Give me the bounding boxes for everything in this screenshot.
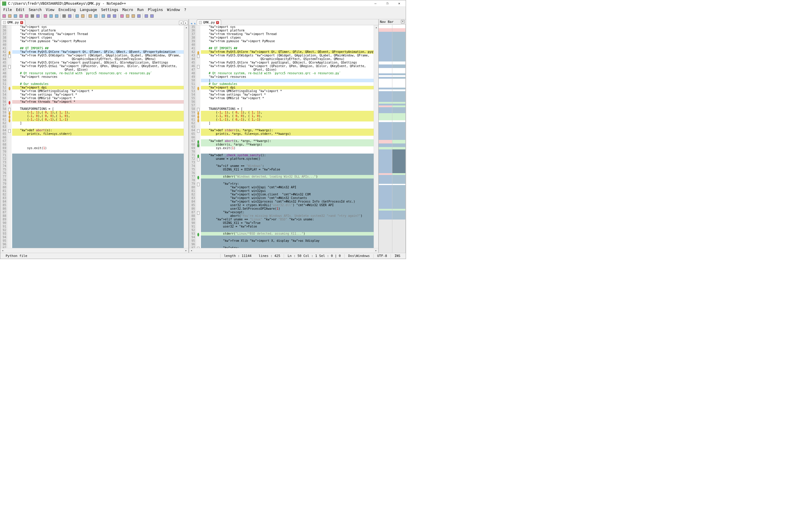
close-button[interactable]: ✕ xyxy=(395,1,404,6)
titlebar[interactable]: C:\Users\fredr\VBOXSHARED\QMouseKeys\QMK… xyxy=(0,0,406,7)
play3-button[interactable] xyxy=(149,13,155,19)
svg-rect-1 xyxy=(8,15,11,18)
svg-rect-2 xyxy=(14,15,17,18)
menu-edit[interactable]: Edit xyxy=(14,7,26,12)
svg-rect-18 xyxy=(113,15,116,18)
copy-button[interactable] xyxy=(48,13,54,19)
right-code[interactable]: "kw">import sys "kw">import platform "kw… xyxy=(200,25,374,248)
status-mode: INS xyxy=(390,254,404,258)
tab-qmk-left[interactable]: QMK.py × xyxy=(1,20,25,25)
tab-close-icon[interactable]: × xyxy=(20,21,23,24)
navbar-title: Nav Bar × xyxy=(379,19,406,25)
undo-button[interactable] xyxy=(61,13,67,19)
folder-button[interactable] xyxy=(119,13,125,19)
navbar-close-icon[interactable]: × xyxy=(401,20,405,24)
tab-close-icon[interactable]: × xyxy=(216,21,219,24)
statusbar: Python file length : 11144 lines : 425 L… xyxy=(0,253,406,259)
zoomin-button[interactable] xyxy=(88,13,93,19)
indent-button[interactable] xyxy=(112,13,117,19)
file-icon xyxy=(3,21,6,24)
tab-qmk-right[interactable]: QMK.py × xyxy=(197,20,221,25)
svg-rect-8 xyxy=(50,15,53,18)
right-vscroll[interactable]: ▴ xyxy=(374,25,378,248)
rec-button[interactable] xyxy=(125,13,130,19)
main-area: QMK.py × ◂ ▸ 353637383940414243444546474… xyxy=(0,19,406,253)
scroll-right-icon[interactable]: ▸ xyxy=(184,248,188,252)
scroll-up-icon[interactable]: ▴ xyxy=(374,25,378,29)
svg-rect-4 xyxy=(25,15,28,18)
menu-run[interactable]: Run xyxy=(136,7,146,12)
open-button[interactable] xyxy=(7,13,12,19)
svg-rect-22 xyxy=(137,15,140,18)
status-eol: Dos\Windows xyxy=(344,254,373,258)
close-button[interactable] xyxy=(24,13,29,19)
menu-plugins[interactable]: Plugins xyxy=(146,7,165,12)
paste-button[interactable] xyxy=(54,13,59,19)
svg-rect-14 xyxy=(89,15,92,18)
menu-language[interactable]: Language xyxy=(78,7,99,12)
play-button[interactable] xyxy=(136,13,142,19)
menu-?[interactable]: ? xyxy=(182,7,188,12)
status-enc: UTF-8 xyxy=(373,254,390,258)
file-icon xyxy=(199,21,202,24)
menu-view[interactable]: View xyxy=(44,7,56,12)
new-button[interactable] xyxy=(1,13,7,19)
svg-rect-21 xyxy=(132,15,135,18)
status-filetype: Python file xyxy=(2,254,220,258)
scroll-left-icon[interactable]: ◂ xyxy=(0,248,5,252)
right-gutter: 3536373839404142434445464748495051525354… xyxy=(189,25,196,248)
left-vscroll[interactable]: ▴ xyxy=(184,25,188,248)
left-pane: QMK.py × ◂ ▸ 353637383940414243444546474… xyxy=(0,19,189,253)
replace-button[interactable] xyxy=(80,13,85,19)
find-button[interactable] xyxy=(75,13,80,19)
right-editor[interactable]: 3536373839404142434445464748495051525354… xyxy=(189,25,378,248)
print-button[interactable] xyxy=(35,13,41,19)
svg-rect-16 xyxy=(102,15,105,18)
navbar-col-left[interactable] xyxy=(379,25,393,253)
menubar: FileEditSearchViewEncodingLanguageSettin… xyxy=(0,7,406,13)
tab-next-button[interactable]: ▸ xyxy=(184,21,188,25)
redo-button[interactable] xyxy=(67,13,72,19)
chars-button[interactable] xyxy=(106,13,112,19)
menu-window[interactable]: Window xyxy=(165,7,182,12)
saveall-button[interactable] xyxy=(19,13,24,19)
right-hscroll[interactable]: ◂ ▸ xyxy=(189,248,378,253)
tab-prev-button[interactable]: ◂ xyxy=(179,21,183,25)
svg-rect-5 xyxy=(31,15,34,18)
minimize-button[interactable]: — xyxy=(371,1,380,6)
svg-rect-23 xyxy=(145,15,148,18)
svg-rect-12 xyxy=(76,15,79,18)
tab-label: QMK.py xyxy=(203,21,215,24)
left-code[interactable]: "kw">import sys "kw">import platform "kw… xyxy=(11,25,184,248)
svg-rect-6 xyxy=(36,15,39,18)
macro-button[interactable] xyxy=(130,13,136,19)
tab-label: QMK.py xyxy=(7,21,19,24)
status-lines: lines : 425 xyxy=(255,254,284,258)
closeall-button[interactable] xyxy=(30,13,35,19)
zoomout-button[interactable] xyxy=(93,13,98,19)
navbar-body[interactable] xyxy=(379,25,406,253)
navbar-col-right[interactable] xyxy=(393,25,406,253)
left-hscroll[interactable]: ◂ ▸ xyxy=(0,248,188,253)
cut-button[interactable] xyxy=(43,13,48,19)
menu-encoding[interactable]: Encoding xyxy=(57,7,78,12)
left-editor[interactable]: 3536373839404142434445464748495051525354… xyxy=(0,25,188,248)
play2-button[interactable] xyxy=(144,13,149,19)
scroll-up-icon[interactable]: ▴ xyxy=(184,25,188,29)
save-button[interactable] xyxy=(13,13,18,19)
menu-macro[interactable]: Macro xyxy=(120,7,135,12)
svg-rect-9 xyxy=(55,15,58,18)
menu-search[interactable]: Search xyxy=(27,7,43,12)
right-pane: ⇆ ⇅ QMK.py × 353637383940414243444546474… xyxy=(189,19,378,253)
wrap-button[interactable] xyxy=(100,13,106,19)
svg-rect-20 xyxy=(126,15,129,18)
status-length: length : 11144 xyxy=(220,254,255,258)
scroll-left-icon[interactable]: ◂ xyxy=(189,248,194,252)
toolbar xyxy=(0,13,406,19)
scroll-right-icon[interactable]: ▸ xyxy=(374,248,378,252)
menu-file[interactable]: File xyxy=(1,7,13,12)
left-gutter: 3536373839404142434445464748495051525354… xyxy=(0,25,7,248)
maximize-button[interactable]: ❐ xyxy=(382,1,392,6)
menu-settings[interactable]: Settings xyxy=(99,7,120,12)
right-tabbar: ⇆ ⇅ QMK.py × xyxy=(189,19,378,25)
